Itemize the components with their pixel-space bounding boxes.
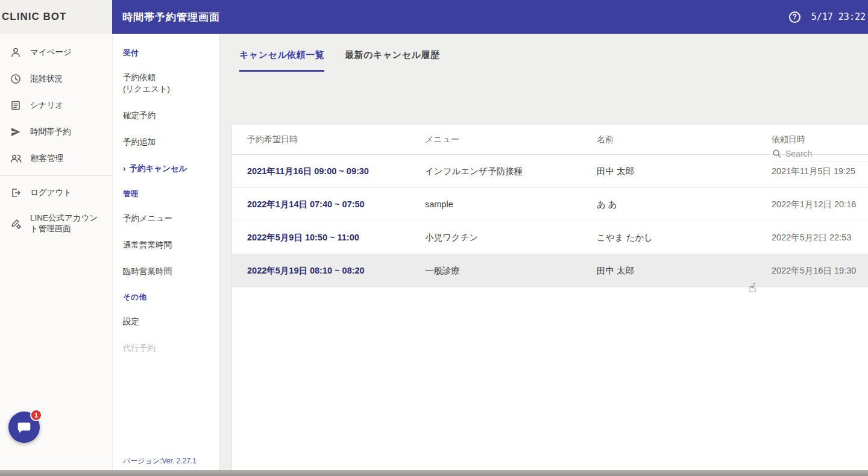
chevron-right-icon: › — [123, 164, 126, 173]
submenu-item-label: 臨時営業時間 — [123, 267, 172, 276]
search-icon — [773, 149, 781, 158]
sidebar-item-timeslot[interactable]: 時間帯予約 — [0, 119, 112, 145]
sidebar-item-line-admin[interactable]: LINE公式アカウント管理画面 — [0, 206, 112, 241]
cell-datetime: 2022年5月9日 10:50 ~ 11:00 — [247, 232, 425, 243]
app-header: CLINIC BOT 時間帯予約管理画面 ? 5/17 23:22 — [0, 0, 868, 34]
table-row[interactable]: 2022年1月14日 07:40 ~ 07:50 sample あ あ 2022… — [232, 188, 868, 221]
sidebar-item-label: 時間帯予約 — [30, 127, 71, 137]
chat-fab-button[interactable]: 1 — [8, 412, 40, 443]
table-row[interactable]: 2022年5月9日 10:50 ~ 11:00 小児ワクチン こやま たかし 2… — [232, 221, 868, 254]
sidebar-item-label: LINE公式アカウント管理画面 — [30, 213, 101, 234]
app-logo: CLINIC BOT — [2, 11, 66, 23]
submenu-item-request[interactable]: 予約依頼 (リクエスト) — [123, 72, 213, 95]
tab-cancel-requests[interactable]: キャンセル依頼一覧 — [239, 49, 324, 72]
table-row[interactable]: 2022年5月19日 08:10 ~ 08:20 一般診療 田中 太郎 2022… — [232, 254, 868, 287]
sidebar-item-label: シナリオ — [30, 100, 63, 111]
logout-icon — [10, 187, 21, 198]
submenu-item-label: 通常営業時間 — [123, 240, 172, 249]
version-label: バージョン:Ver. 2.27.1 — [123, 456, 197, 466]
cell-requested: 2022年5月16日 19:30 — [772, 265, 868, 277]
submenu-item-confirmed[interactable]: 確定予約 — [123, 110, 213, 121]
submenu-section-management: 管理 — [123, 189, 213, 199]
sidebar-item-scenario[interactable]: シナリオ — [0, 92, 112, 119]
column-header-menu: メニュー — [425, 134, 597, 145]
clock-icon — [10, 74, 21, 84]
cell-requested: 2022年1月12日 20:16 — [772, 199, 868, 210]
scenario-icon — [10, 100, 21, 111]
sidebar-nav: マイページ 混雑状況 シナリオ 時間帯予約 顧客管理 — [0, 34, 112, 241]
send-icon — [10, 127, 21, 137]
cell-menu: インフルエンザ予防接種 — [425, 166, 597, 177]
help-icon[interactable]: ? — [789, 11, 800, 23]
sidebar-item-label: マイページ — [30, 47, 72, 58]
submenu-section-reception: 受付 — [123, 48, 213, 58]
column-header-datetime: 予約希望日時 — [247, 134, 425, 145]
column-header-name: 名前 — [597, 134, 772, 145]
submenu-item-proxy-reservation[interactable]: 代行予約 — [123, 342, 213, 354]
header-right: ? 5/17 23:22 — [789, 11, 866, 23]
tab-cancel-history[interactable]: 最新のキャンセル履歴 — [345, 49, 439, 72]
submenu-item-sublabel: (リクエスト) — [123, 83, 213, 95]
line-settings-icon — [10, 218, 21, 229]
submenu-item-label: 予約メニュー — [123, 214, 172, 223]
cancel-request-card: 予約希望日時 メニュー 名前 依頼日時 2021年11月16日 09:00 ~ … — [232, 125, 868, 470]
sidebar-item-logout[interactable]: ログアウト — [0, 180, 112, 206]
people-icon — [10, 153, 22, 164]
main-content: キャンセル依頼一覧 最新のキャンセル履歴 予約希望日時 メニュー 名前 依頼日時… — [220, 34, 868, 470]
sidebar-divider — [0, 175, 112, 176]
submenu-item-label: 確定予約 — [123, 111, 156, 120]
chat-bubble-icon — [16, 419, 32, 435]
submenu-item-label: 代行予約 — [123, 343, 156, 352]
sidebar-item-congestion[interactable]: 混雑状況 — [0, 66, 112, 92]
submenu-item-add-reservation[interactable]: 予約追加 — [123, 136, 213, 148]
submenu-item-label: 予約依頼 — [123, 72, 213, 83]
cell-menu: sample — [425, 199, 597, 209]
sidebar-item-label: 混雑状況 — [30, 74, 63, 84]
submenu-item-label: 予約キャンセル — [130, 164, 187, 173]
search-box — [773, 149, 868, 161]
chat-badge: 1 — [30, 409, 42, 421]
submenu-item-normal-hours[interactable]: 通常営業時間 — [123, 239, 213, 251]
submenu: 受付 予約依頼 (リクエスト) 確定予約 予約追加 ›予約キャンセル 管理 予約… — [112, 34, 220, 470]
sidebar-item-label: 顧客管理 — [31, 153, 63, 164]
cell-name: 田中 太郎 — [597, 166, 772, 177]
tab-bar: キャンセル依頼一覧 最新のキャンセル履歴 — [220, 34, 868, 72]
title-bar: 時間帯予約管理画面 ? 5/17 23:22 — [112, 0, 868, 34]
column-header-requested: 依頼日時 — [772, 134, 868, 145]
submenu-item-settings[interactable]: 設定 — [123, 316, 213, 327]
cell-requested: 2021年11月5日 19:25 — [772, 166, 868, 177]
submenu-item-label: 設定 — [123, 317, 139, 326]
sidebar-item-mypage[interactable]: マイページ — [0, 39, 112, 66]
hand-cursor-icon: ☝ — [749, 281, 756, 295]
header-datetime: 5/17 23:22 — [811, 11, 866, 22]
sidebar: マイページ 混雑状況 シナリオ 時間帯予約 顧客管理 — [0, 34, 112, 470]
sidebar-item-customers[interactable]: 顧客管理 — [0, 145, 112, 172]
sidebar-item-label: ログアウト — [30, 187, 72, 198]
cell-name: 田中 太郎 — [597, 265, 772, 277]
submenu-item-temporary-hours[interactable]: 臨時営業時間 — [123, 266, 213, 277]
submenu-item-menu[interactable]: 予約メニュー — [123, 213, 213, 224]
submenu-section-other: その他 — [123, 292, 213, 302]
cell-name: あ あ — [597, 199, 772, 210]
search-input[interactable] — [785, 149, 852, 158]
cell-requested: 2022年5月2日 22:53 — [772, 232, 868, 243]
page-title: 時間帯予約管理画面 — [122, 10, 220, 24]
cell-name: こやま たかし — [597, 232, 772, 243]
cell-menu: 小児ワクチン — [425, 232, 597, 243]
person-icon — [10, 47, 21, 58]
submenu-item-cancel-reservation[interactable]: ›予約キャンセル — [123, 163, 213, 174]
cell-menu: 一般診療 — [425, 265, 597, 277]
cell-datetime: 2021年11月16日 09:00 ~ 09:30 — [247, 166, 425, 177]
cell-datetime: 2022年1月14日 07:40 ~ 07:50 — [247, 199, 425, 210]
window-bottom-edge — [0, 470, 868, 476]
submenu-item-label: 予約追加 — [123, 137, 156, 146]
cell-datetime: 2022年5月19日 08:10 ~ 08:20 — [247, 265, 425, 277]
logo-area: CLINIC BOT — [0, 0, 112, 34]
